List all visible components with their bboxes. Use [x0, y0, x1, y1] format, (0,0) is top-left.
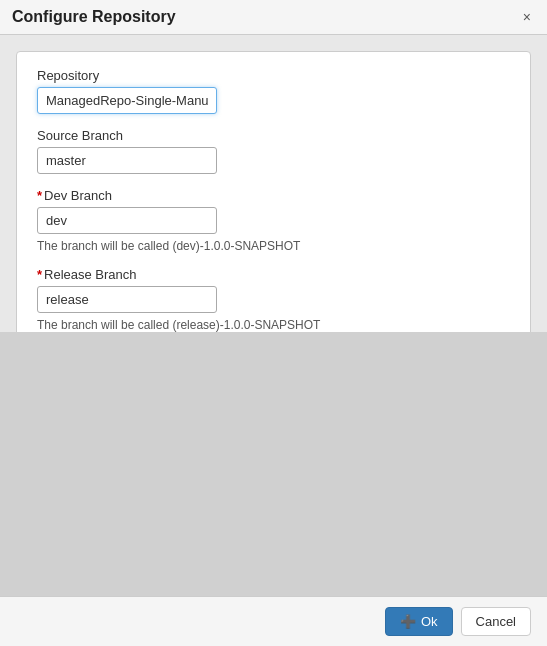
- dev-branch-input[interactable]: [37, 207, 217, 234]
- source-branch-label: Source Branch: [37, 128, 510, 143]
- plus-circle-icon: ➕: [400, 614, 416, 629]
- dev-branch-group: *Dev Branch The branch will be called (d…: [37, 188, 510, 253]
- repository-label: Repository: [37, 68, 510, 83]
- dev-branch-hint: The branch will be called (dev)-1.0.0-SN…: [37, 239, 510, 253]
- release-branch-input[interactable]: [37, 286, 217, 313]
- dev-branch-label: *Dev Branch: [37, 188, 510, 203]
- dev-branch-required-star: *: [37, 188, 42, 203]
- source-branch-group: Source Branch: [37, 128, 510, 174]
- dialog-body: Repository Source Branch *Dev Branch The…: [0, 35, 547, 332]
- source-branch-input[interactable]: [37, 147, 217, 174]
- release-branch-required-star: *: [37, 267, 42, 282]
- repository-input[interactable]: [37, 87, 217, 114]
- dialog-title-bar: Configure Repository ×: [0, 0, 547, 35]
- ok-button[interactable]: ➕ Ok: [385, 607, 453, 636]
- repository-group: Repository: [37, 68, 510, 114]
- ok-label: Ok: [421, 614, 438, 629]
- release-branch-label: *Release Branch: [37, 267, 510, 282]
- cancel-button[interactable]: Cancel: [461, 607, 531, 636]
- form-card: Repository Source Branch *Dev Branch The…: [16, 51, 531, 332]
- configure-repository-dialog: Configure Repository × Repository Source…: [0, 0, 547, 646]
- spacer: [0, 332, 547, 597]
- dialog-title: Configure Repository: [12, 8, 176, 26]
- dialog-footer: ➕ Ok Cancel: [0, 596, 547, 646]
- release-branch-group: *Release Branch The branch will be calle…: [37, 267, 510, 332]
- close-button[interactable]: ×: [519, 9, 535, 25]
- release-branch-hint: The branch will be called (release)-1.0.…: [37, 318, 510, 332]
